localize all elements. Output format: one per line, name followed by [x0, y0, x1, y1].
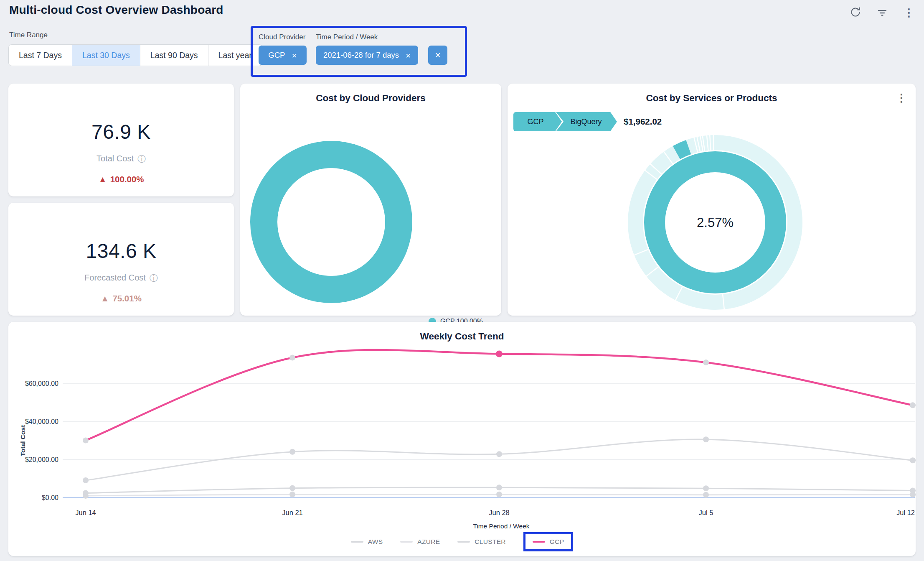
forecasted-cost-value: 134.6 K [86, 241, 157, 261]
total-cost-value: 76.9 K [91, 122, 151, 142]
refresh-button[interactable] [847, 4, 864, 21]
forecasted-cost-label: Forecasted Cost [84, 273, 146, 283]
delta-up-icon: ▲ [101, 293, 109, 303]
svg-text:Jun 21: Jun 21 [282, 509, 303, 516]
time-range-last-7-days[interactable]: Last 7 Days [8, 44, 72, 66]
svg-text:Total Cost: Total Cost [19, 425, 26, 456]
time-period-label: Time Period / Week [316, 33, 378, 41]
cloud-provider-label: Cloud Provider [259, 33, 316, 41]
svg-text:$60,000.00: $60,000.00 [25, 380, 58, 387]
chip-close-icon[interactable]: × [292, 51, 297, 60]
legend-line-sample [400, 541, 413, 543]
svg-text:Time Period / Week: Time Period / Week [473, 523, 529, 530]
legend-item-azure[interactable]: AZURE [400, 538, 440, 546]
svg-text:Jun 28: Jun 28 [489, 509, 510, 516]
time-range-segmented-control: Last 7 Days Last 30 Days Last 90 Days La… [8, 44, 262, 66]
legend-item-aws[interactable]: AWS [351, 538, 383, 546]
cost-by-cloud-providers-card: Cost by Cloud Providers GCP 100.00% [240, 84, 501, 316]
cloud-provider-chip-value: GCP [268, 51, 285, 60]
time-range-last-30-days[interactable]: Last 30 Days [72, 44, 140, 66]
sunburst-center-label: 2.57% [697, 215, 734, 230]
total-cost-label: Total Cost [96, 154, 134, 163]
trend-legend: AWSAZURECLUSTERGCP [8, 532, 916, 551]
header-toolbar: ⋮ [847, 4, 917, 21]
svg-text:Jul 5: Jul 5 [699, 509, 713, 516]
time-period-chip[interactable]: 2021-06-28 for 7 days × [316, 46, 418, 65]
delta-up-icon: ▲ [98, 174, 107, 184]
cloud-provider-chip[interactable]: GCP × [259, 46, 307, 65]
legend-label: CLUSTER [475, 538, 505, 546]
trend-line-chart: $0.00$20,000.00$40,000.00$60,000.00Total… [8, 343, 916, 531]
svg-text:$20,000.00: $20,000.00 [25, 456, 58, 463]
time-range-label: Time Range [9, 31, 48, 39]
info-icon[interactable]: ⓘ [150, 274, 158, 282]
more-options-button[interactable]: ⋮ [901, 4, 917, 21]
kebab-menu-icon: ⋮ [904, 7, 914, 18]
chip-close-icon[interactable]: × [406, 51, 411, 60]
refresh-icon [849, 6, 862, 20]
page-title: Multi-cloud Cost Overview Dashboard [9, 3, 223, 17]
annotation-box-filters: Cloud Provider Time Period / Week GCP × … [251, 26, 467, 77]
legend-line-sample [457, 541, 470, 543]
filter-button[interactable] [874, 4, 891, 21]
legend-line-sample [351, 541, 363, 543]
services-sunburst-chart: 2.57% [508, 84, 916, 316]
svg-text:$40,000.00: $40,000.00 [25, 418, 58, 425]
time-period-chip-value: 2021-06-28 for 7 days [323, 51, 399, 60]
legend-item-cluster[interactable]: CLUSTER [457, 538, 505, 546]
close-icon: × [435, 50, 441, 61]
dashboard-page: Multi-cloud Cost Overview Dashboard ⋮ Ti… [0, 0, 924, 561]
svg-text:Jul 12: Jul 12 [896, 509, 915, 516]
legend-label: GCP [550, 538, 564, 546]
cost-by-services-card: Cost by Services or Products ⋮ GCP BigQu… [508, 84, 916, 316]
total-cost-card: 76.9 K Total Cost ⓘ ▲ 100.00% [8, 84, 234, 196]
annotation-box-gcp-legend: GCP [523, 532, 574, 551]
weekly-cost-trend-card: Weekly Cost Trend $0.00$20,000.00$40,000… [8, 322, 916, 556]
legend-item-gcp[interactable]: GCP [533, 538, 564, 546]
svg-text:$0.00: $0.00 [42, 494, 58, 501]
trend-chart-title: Weekly Cost Trend [8, 331, 916, 342]
clear-filters-button[interactable]: × [428, 46, 447, 65]
legend-label: AWS [368, 538, 383, 546]
filter-icon [876, 6, 888, 20]
forecasted-cost-card: 134.6 K Forecasted Cost ⓘ ▲ 75.01% [8, 203, 234, 316]
legend-label: AZURE [417, 538, 440, 546]
forecasted-cost-delta: 75.01% [112, 293, 142, 303]
time-range-last-90-days[interactable]: Last 90 Days [140, 44, 208, 66]
legend-line-sample [533, 541, 545, 543]
info-icon[interactable]: ⓘ [137, 155, 146, 163]
provider-donut-chart [240, 84, 501, 316]
svg-text:Jun 14: Jun 14 [75, 509, 96, 516]
total-cost-delta: 100.00% [110, 174, 144, 184]
